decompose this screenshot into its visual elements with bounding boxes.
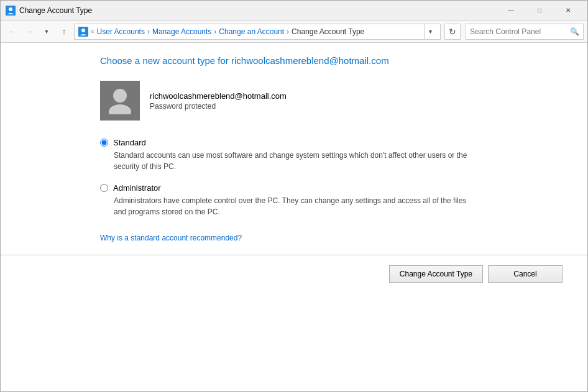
search-icon: 🔍: [570, 27, 579, 36]
standard-radio[interactable]: [100, 139, 108, 147]
window-icon: [6, 6, 16, 16]
administrator-radio[interactable]: [100, 184, 108, 192]
window-title: Change Account Type: [19, 6, 497, 15]
up-button[interactable]: ↑: [57, 24, 71, 39]
bc-sep-3: ›: [287, 27, 289, 36]
breadcrumb-change-account[interactable]: Change an Account: [219, 27, 284, 36]
account-avatar: [100, 81, 140, 121]
account-name: richwoolcashmereblend@hotmail.com: [150, 91, 287, 101]
standard-option-group: Standard Standard accounts can use most …: [100, 138, 563, 172]
breadcrumb-manage-accounts[interactable]: Manage Accounts: [152, 27, 211, 36]
search-bar: 🔍: [466, 24, 584, 40]
account-details: richwoolcashmereblend@hotmail.com Passwo…: [150, 91, 287, 111]
breadcrumb-dropdown[interactable]: ▼: [424, 24, 436, 40]
minimize-button[interactable]: —: [497, 1, 525, 21]
footer-buttons: Change Account Type Cancel: [100, 255, 563, 283]
titlebar: Change Account Type — □ ✕: [1, 1, 587, 21]
svg-point-4: [113, 89, 127, 103]
refresh-button[interactable]: ↻: [444, 24, 461, 40]
administrator-option-label[interactable]: Administrator: [100, 183, 563, 193]
recent-pages-button[interactable]: ▼: [39, 24, 54, 39]
standard-label: Standard: [113, 138, 146, 147]
addressbar: ← → ▼ ↑ « User Accounts › Manage Account…: [1, 21, 587, 43]
standard-description: Standard accounts can use most software …: [114, 150, 480, 172]
window-controls: — □ ✕: [497, 1, 582, 21]
account-status: Password protected: [150, 102, 287, 111]
svg-point-1: [9, 7, 12, 11]
page-heading: Choose a new account type for richwoolca…: [100, 55, 563, 66]
change-account-type-button[interactable]: Change Account Type: [389, 265, 483, 283]
cancel-button[interactable]: Cancel: [488, 265, 563, 283]
account-type-options: Standard Standard accounts can use most …: [100, 138, 563, 217]
standard-option-label[interactable]: Standard: [100, 138, 563, 147]
account-info: richwoolcashmereblend@hotmail.com Passwo…: [100, 81, 563, 121]
breadcrumb-current: Change Account Type: [292, 27, 364, 36]
bc-sep-2: ›: [214, 27, 216, 36]
help-link[interactable]: Why is a standard account recommended?: [100, 234, 242, 242]
search-input[interactable]: [470, 27, 570, 36]
administrator-option-group: Administrator Administrators have comple…: [100, 183, 563, 217]
svg-point-5: [109, 104, 131, 114]
breadcrumb-bar: « User Accounts › Manage Accounts › Chan…: [74, 24, 441, 40]
administrator-label: Administrator: [113, 183, 161, 193]
forward-button[interactable]: →: [22, 24, 37, 39]
svg-point-3: [81, 29, 85, 32]
administrator-description: Administrators have complete control ove…: [114, 195, 480, 217]
close-button[interactable]: ✕: [554, 1, 582, 21]
maximize-button[interactable]: □: [525, 1, 554, 21]
main-content: Choose a new account type for richwoolca…: [1, 43, 587, 392]
breadcrumb-user-accounts[interactable]: User Accounts: [97, 27, 145, 36]
back-button[interactable]: ←: [4, 24, 19, 39]
bc-sep-1: ›: [147, 27, 150, 36]
